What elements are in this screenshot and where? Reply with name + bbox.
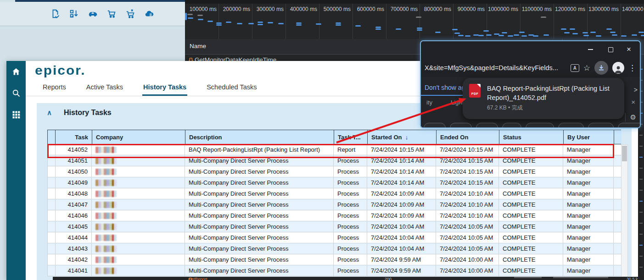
cell-row-indicator bbox=[47, 177, 56, 188]
pdf-file-icon: PDF bbox=[469, 84, 481, 98]
cell-row-indicator bbox=[47, 221, 56, 232]
home-icon[interactable] bbox=[6, 65, 26, 78]
cell-status: COMPLETE bbox=[499, 155, 563, 166]
translate-icon[interactable]: A bbox=[571, 64, 579, 72]
col-header-status[interactable]: Status bbox=[499, 130, 564, 144]
task-row[interactable]: 414041Multi-Company Direct Server Proces… bbox=[47, 265, 621, 276]
cell-description: Multi-Company Direct Server Process bbox=[185, 254, 334, 265]
company-redacted bbox=[95, 180, 117, 186]
waterfall-selection-handle[interactable] bbox=[185, 13, 187, 20]
clipped-row-mark bbox=[639, 168, 643, 169]
col-header-description[interactable]: Description bbox=[185, 130, 334, 144]
col-header-task-t-[interactable]: Task T... bbox=[334, 130, 368, 144]
search-icon[interactable] bbox=[6, 86, 26, 100]
filter-chip[interactable] bbox=[588, 123, 614, 128]
task-row[interactable]: 414052BAQ Report-PackingListRpt (Packing… bbox=[47, 144, 621, 155]
task-row[interactable]: 414046Multi-Company Direct Server Proces… bbox=[47, 210, 621, 221]
cart-icon[interactable] bbox=[106, 9, 117, 19]
col-header-task[interactable]: Task bbox=[56, 130, 92, 144]
network-waterfall[interactable]: 100000 ms200000 ms300000 ms400000 ms5000… bbox=[185, 4, 644, 39]
filter-chip[interactable] bbox=[502, 123, 521, 128]
cell-started-on: 7/24/2024 10:09 AM bbox=[367, 188, 436, 199]
filter-chip[interactable] bbox=[450, 123, 472, 128]
cell-description: BAQ Report-PackingListRpt (Packing List … bbox=[185, 144, 334, 155]
col-header-company[interactable]: Company bbox=[92, 130, 185, 144]
tab-reports[interactable]: Reports bbox=[43, 78, 66, 96]
collapse-chevron-icon[interactable]: ∧ bbox=[47, 109, 52, 117]
filter-chip[interactable] bbox=[476, 123, 498, 128]
request-timing-bar bbox=[258, 22, 263, 23]
cart-remove-icon[interactable] bbox=[125, 9, 135, 19]
request-timing-bar bbox=[498, 35, 504, 36]
minimize-icon[interactable] bbox=[581, 43, 599, 56]
cell-ended-on: 7/24/2024 10:15 AM bbox=[436, 166, 499, 177]
request-name: GetReport bbox=[188, 277, 207, 280]
download-bubble[interactable]: PDF BAQ Report-PackingListRpt (Packing L… bbox=[463, 78, 624, 119]
chevron-right-icon[interactable]: > bbox=[634, 86, 638, 93]
cell-started-on: 7/24/2024 10:14 AM bbox=[367, 155, 436, 166]
clipped-text bbox=[553, 277, 608, 278]
col-header-ended-on[interactable]: Ended On bbox=[437, 130, 499, 144]
gear-icon[interactable]: ⚙ bbox=[625, 113, 636, 121]
cell-status: COMPLETE bbox=[499, 188, 563, 199]
cell-row-indicator bbox=[47, 210, 56, 221]
cell-description: Multi-Company Direct Server Process bbox=[185, 177, 334, 188]
tab-security-fragment[interactable]: ity bbox=[426, 99, 432, 106]
restore-icon[interactable] bbox=[601, 43, 620, 56]
tab-scheduled-tasks[interactable]: Scheduled Tasks bbox=[207, 78, 257, 96]
task-row[interactable]: 414045Multi-Company Direct Server Proces… bbox=[47, 221, 621, 232]
filter-chip[interactable] bbox=[618, 123, 641, 128]
request-timing-bar bbox=[570, 28, 575, 30]
task-row[interactable]: 414050Multi-Company Direct Server Proces… bbox=[47, 166, 621, 177]
company-redacted bbox=[95, 202, 117, 208]
screenshot-stage: 100000 ms200000 ms300000 ms400000 ms5000… bbox=[0, 0, 644, 280]
cell-ended-on: 7/24/2024 10:05 AM bbox=[436, 243, 499, 254]
cell-task-id: 414041 bbox=[55, 265, 92, 276]
tab-active-tasks[interactable]: Active Tasks bbox=[86, 78, 123, 96]
downloads-button[interactable] bbox=[594, 61, 608, 75]
request-timing-bar bbox=[514, 34, 519, 36]
tab-history-tasks[interactable]: History Tasks bbox=[143, 78, 186, 96]
address-url[interactable]: X&site=MfgSys&pageId=Details&KeyFields..… bbox=[425, 64, 566, 71]
cell-company bbox=[92, 199, 185, 210]
close-icon[interactable]: × bbox=[620, 43, 638, 56]
document-check-icon[interactable] bbox=[50, 9, 60, 19]
profile-avatar[interactable] bbox=[612, 62, 624, 74]
request-timing-bar bbox=[458, 35, 464, 36]
cell-task-id: 414043 bbox=[55, 243, 92, 254]
checklist-download-icon[interactable] bbox=[68, 9, 79, 19]
filter-chip[interactable] bbox=[424, 123, 446, 128]
column-name[interactable]: Name bbox=[190, 43, 206, 49]
browser-menu-icon[interactable]: ⋮ bbox=[628, 63, 636, 73]
apps-grid-icon[interactable] bbox=[6, 108, 26, 121]
cell-row-end bbox=[614, 265, 622, 276]
request-timing-bar bbox=[582, 32, 588, 33]
task-row[interactable]: 414049Multi-Company Direct Server Proces… bbox=[47, 177, 621, 188]
cell-by-user: Manager bbox=[563, 144, 614, 155]
task-row[interactable]: 414042Multi-Company Direct Server Proces… bbox=[47, 254, 621, 265]
timeline-tick-label: 1400000 ms bbox=[620, 6, 644, 12]
cell-task-id: 414042 bbox=[55, 254, 92, 265]
truck-icon[interactable] bbox=[87, 9, 98, 19]
vertical-scrollbar[interactable] bbox=[621, 144, 628, 277]
task-row[interactable]: 414044Multi-Company Direct Server Proces… bbox=[47, 232, 621, 243]
background-app-toolbar bbox=[0, 2, 185, 26]
filter-chip[interactable] bbox=[526, 123, 554, 128]
bookmark-star-icon[interactable]: ☆ bbox=[583, 63, 590, 73]
scrollbar-thumb[interactable] bbox=[622, 146, 627, 161]
cell-status: COMPLETE bbox=[499, 221, 563, 232]
task-row[interactable]: 414051Multi-Company Direct Server Proces… bbox=[47, 155, 621, 166]
popup-titlebar[interactable]: × bbox=[421, 41, 640, 59]
task-row[interactable]: 414047Multi-Company Direct Server Proces… bbox=[47, 199, 621, 210]
cell-row-indicator bbox=[47, 188, 56, 199]
filter-chip[interactable] bbox=[558, 123, 584, 128]
col-header-started-on[interactable]: Started On ↓ bbox=[368, 130, 437, 144]
cloud-save-icon[interactable] bbox=[144, 9, 154, 19]
close-icon[interactable]: × bbox=[631, 98, 635, 106]
col-header-by-user[interactable]: By User bbox=[564, 130, 614, 144]
task-row[interactable]: 414043Multi-Company Direct Server Proces… bbox=[47, 243, 621, 254]
task-row[interactable]: 414048Multi-Company Direct Server Proces… bbox=[47, 188, 621, 199]
cell-task-id: 414048 bbox=[55, 188, 92, 199]
cell-by-user: Manager bbox=[563, 254, 614, 265]
cell-description: Multi-Company Direct Server Process bbox=[185, 210, 334, 221]
